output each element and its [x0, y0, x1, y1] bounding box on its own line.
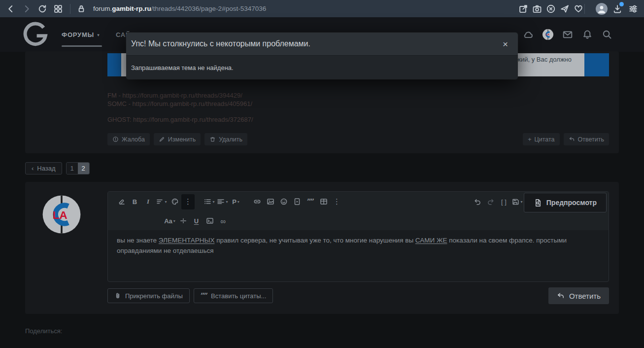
delete-button[interactable]: Удалить: [204, 133, 247, 145]
download-badge: [619, 2, 624, 6]
bold-button[interactable]: B: [128, 195, 141, 208]
insert-media-button[interactable]: [290, 195, 304, 208]
toolbar-row-2: Aa▾ U ∞: [108, 211, 609, 230]
font-family-button[interactable]: Aa▾: [163, 214, 176, 227]
share-edit-icon[interactable]: [518, 4, 528, 14]
text-size-icon: [156, 198, 164, 206]
drafts-button[interactable]: ▾: [510, 195, 524, 208]
address-bar[interactable]: forum.gambit-rp.ru/threads/442036/page-2…: [93, 5, 266, 12]
svg-text:LA: LA: [546, 33, 550, 36]
reply-button-small[interactable]: Ответить: [564, 133, 609, 145]
tabs-grid-icon[interactable]: [53, 4, 63, 14]
insert-quotes-label: Вставить цитаты...: [211, 292, 266, 300]
strikethrough-button[interactable]: [176, 214, 190, 227]
favorites-heart-icon[interactable]: [574, 4, 583, 14]
bell-icon[interactable]: [582, 29, 593, 40]
reload-icon[interactable]: [37, 4, 47, 14]
quote-label: Цитата: [535, 136, 555, 143]
search-icon[interactable]: [602, 29, 612, 40]
pencil-icon: [159, 136, 165, 142]
pagination-back-button[interactable]: ‹ Назад: [25, 162, 62, 174]
bbcode-toggle-button[interactable]: [ ]: [497, 195, 510, 208]
paragraph-format-button[interactable]: P▾: [229, 195, 242, 208]
more-options-button-active[interactable]: ⋮: [181, 194, 195, 209]
chevron-down-icon: ▾: [165, 200, 167, 204]
page-1-button[interactable]: 1: [67, 163, 78, 174]
insert-quote-button[interactable]: ””: [304, 195, 317, 208]
undo-icon: [474, 198, 481, 206]
insert-quotes-button[interactable]: ”” Вставить цитаты...: [194, 288, 273, 303]
downloads-button[interactable]: [612, 4, 622, 14]
modal-body: Запрашиваемая тема не найдена.: [126, 56, 518, 79]
report-button[interactable]: Жалоба: [107, 133, 150, 145]
editor-text-underlined: САМИ ЖЕ: [415, 237, 447, 244]
pagination: ‹ Назад 1 2: [25, 162, 90, 174]
post-link-ghost[interactable]: GHOST: https://forum.gambit-rp.ru/thread…: [107, 116, 253, 124]
spoiler-button[interactable]: ∞: [216, 214, 230, 227]
send-icon[interactable]: [560, 4, 570, 14]
remove-format-button[interactable]: [115, 195, 128, 208]
back-icon[interactable]: [6, 4, 16, 14]
page-2-button-active[interactable]: 2: [78, 163, 89, 174]
reply-editor-block: LA B I ▾ ⋮ ▾ ▾ P▾: [25, 182, 619, 314]
preview-button[interactable]: Предпросмотр: [524, 193, 607, 212]
more-tools-button[interactable]: ⋮: [330, 195, 343, 208]
save-icon: [511, 198, 519, 206]
browser-profile-avatar[interactable]: [596, 3, 608, 15]
underline-button[interactable]: U: [190, 214, 203, 227]
align-button[interactable]: ▾: [216, 195, 229, 208]
insert-table-button[interactable]: [317, 195, 330, 208]
text-color-button[interactable]: [168, 195, 181, 208]
brackets-icon: [ ]: [501, 198, 507, 206]
insert-link-button[interactable]: [250, 195, 264, 208]
preview-label: Предпросмотр: [546, 199, 597, 207]
spacer: [107, 108, 253, 116]
chevron-down-icon: ▾: [212, 200, 214, 204]
modal-message: Запрашиваемая тема не найдена.: [131, 64, 234, 71]
delete-label: Удалить: [219, 136, 242, 143]
attach-files-button[interactable]: Прикрепить файлы: [107, 288, 190, 303]
italic-button[interactable]: I: [141, 195, 155, 208]
quote-fragment: ружий, у Вас должно: [509, 56, 572, 63]
blocker-off-icon[interactable]: [546, 4, 556, 14]
list-button[interactable]: ▾: [203, 195, 216, 208]
mail-icon[interactable]: [562, 29, 573, 40]
svg-text:LA: LA: [53, 209, 68, 221]
user-avatar-small[interactable]: LA: [542, 29, 553, 40]
url-domain: gambit-rp.ru: [112, 5, 151, 12]
forward-icon[interactable]: [22, 4, 32, 14]
undo-button[interactable]: [471, 195, 484, 208]
editor-text: вы не знаете: [117, 237, 159, 244]
plus-icon: +: [528, 136, 531, 143]
close-icon[interactable]: ×: [498, 39, 513, 49]
insert-image-button[interactable]: [264, 195, 277, 208]
modal-header: Упс! Мы столкнулись с некоторыми проблем…: [126, 33, 518, 56]
code-button[interactable]: [203, 214, 216, 227]
submit-reply-button[interactable]: Ответить: [548, 287, 609, 304]
url-subdomain: forum.: [93, 5, 112, 12]
gambit-logo[interactable]: [23, 22, 48, 47]
table-icon: [320, 198, 328, 206]
edit-button[interactable]: Изменить: [154, 133, 201, 145]
browser-actions: [514, 3, 638, 15]
quote-button[interactable]: + Цитата: [523, 133, 559, 145]
chevron-down-icon: ▾: [520, 200, 522, 204]
editor-textarea[interactable]: вы не знаете ЭЛЕМЕНТАРНЫХ правил сервера…: [108, 230, 609, 262]
eraser-icon: [118, 198, 126, 206]
post-link-fm[interactable]: FM - https://forum.gambit-rp.ru/threads/…: [107, 92, 253, 100]
post-link-somc[interactable]: SOMC - https://forum.gambit-rp.ru/thread…: [107, 100, 253, 108]
chevron-left-icon: ‹: [32, 165, 34, 172]
browser-chrome: forum.gambit-rp.ru/threads/442036/page-2…: [0, 0, 644, 17]
browser-menu-sliders-icon[interactable]: [628, 4, 638, 14]
chevron-down-icon: ▾: [237, 200, 239, 204]
cloud-icon[interactable]: [523, 29, 534, 40]
smilies-button[interactable]: [277, 195, 290, 208]
screenshot-camera-icon[interactable]: [532, 4, 542, 14]
user-avatar-large[interactable]: LA: [42, 195, 81, 234]
font-size-button[interactable]: ▾: [155, 195, 168, 208]
lock-icon[interactable]: [76, 4, 86, 14]
redo-button[interactable]: [484, 195, 497, 208]
reply-arrow-icon: [569, 136, 575, 142]
nav-forums[interactable]: ФОРУМЫ ▾: [62, 31, 100, 38]
editor-toolbar: B I ▾ ⋮ ▾ ▾ P▾ ”” ⋮: [108, 192, 609, 230]
